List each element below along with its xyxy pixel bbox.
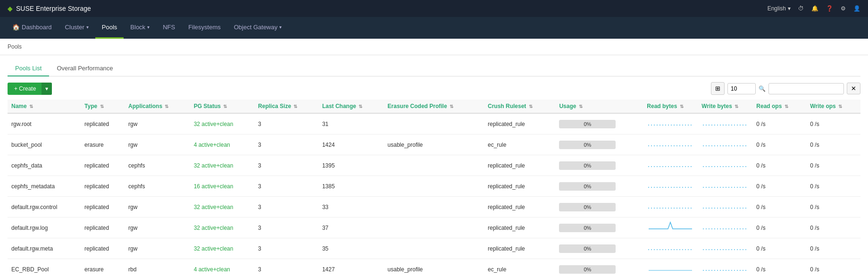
svg-point-48 <box>703 145 704 146</box>
svg-point-133 <box>662 208 663 209</box>
table-row[interactable]: default.rgw.controlreplicatedrgw32 activ… <box>8 197 860 218</box>
svg-point-23 <box>723 125 724 126</box>
cell-last-change: 33 <box>318 197 384 218</box>
table-row[interactable]: rgw.rootreplicatedrgw32 active+clean331r… <box>8 113 860 134</box>
svg-point-206 <box>743 249 743 250</box>
svg-point-17 <box>706 125 707 126</box>
svg-point-26 <box>731 125 732 126</box>
svg-point-184 <box>671 249 672 250</box>
language-selector[interactable]: English ▾ <box>768 5 791 12</box>
svg-point-142 <box>688 208 689 209</box>
usage-label: 0% <box>584 204 591 210</box>
col-erasure-coded-profile[interactable]: Erasure Coded Profile ⇅ <box>384 100 484 113</box>
svg-point-199 <box>723 249 724 250</box>
cell-read-ops: 0 /s <box>752 176 806 197</box>
cell-read-bytes <box>643 238 698 259</box>
svg-point-186 <box>676 249 677 250</box>
svg-point-185 <box>674 249 675 250</box>
table-row[interactable]: cephfs_datareplicatedcephfs32 active+cle… <box>8 155 860 176</box>
pg-status-ok: 32 active+clean <box>194 225 234 231</box>
col-type[interactable]: Type ⇅ <box>81 100 125 113</box>
nav-block[interactable]: Block ▾ <box>124 17 156 39</box>
grid-view-button[interactable]: ⊞ <box>711 82 725 95</box>
cell-last-change: 1427 <box>318 259 384 277</box>
svg-point-174 <box>743 228 743 229</box>
create-button[interactable]: + Create ▾ <box>8 83 52 95</box>
cell-erasure-coded-profile <box>384 113 484 134</box>
cell-write-ops: 0 /s <box>806 259 860 277</box>
cell-replica-size: 3 <box>254 218 318 238</box>
nav-filesystems[interactable]: Filesystems <box>182 17 227 39</box>
svg-point-20 <box>714 125 715 126</box>
svg-point-68 <box>659 166 660 167</box>
user-icon[interactable]: 👤 <box>853 5 860 12</box>
nav-object-gateway[interactable]: Object Gateway ▾ <box>227 17 289 39</box>
table-row[interactable]: default.rgw.metareplicatedrgw32 active+c… <box>8 238 860 259</box>
sparkline <box>701 117 749 130</box>
svg-point-25 <box>728 125 729 126</box>
nav-cluster[interactable]: Cluster ▾ <box>58 17 95 39</box>
task-icon[interactable]: ⏱ <box>798 5 804 12</box>
svg-point-138 <box>676 208 677 209</box>
col-usage[interactable]: Usage ⇅ <box>555 100 643 113</box>
table-row[interactable]: bucket_poolerasurergw4 active+clean31424… <box>8 134 860 155</box>
svg-point-207 <box>745 249 746 250</box>
svg-point-188 <box>682 249 683 250</box>
col-replica-size[interactable]: Replica Size ⇅ <box>254 100 318 113</box>
settings-icon[interactable]: ⚙ <box>841 5 846 12</box>
create-dropdown-arrow[interactable]: ▾ <box>42 83 52 95</box>
pg-status-ok: 32 active+clean <box>194 162 234 169</box>
svg-point-93 <box>740 166 741 167</box>
svg-point-135 <box>668 208 669 209</box>
svg-point-193 <box>706 249 707 250</box>
col-last-change[interactable]: Last Change ⇅ <box>318 100 384 113</box>
search-input[interactable] <box>768 83 844 94</box>
svg-point-170 <box>731 228 732 229</box>
help-icon[interactable]: ❓ <box>826 5 833 12</box>
per-page-input[interactable] <box>727 83 756 94</box>
cell-read-bytes <box>643 134 698 155</box>
svg-point-73 <box>674 166 675 167</box>
svg-point-169 <box>728 228 729 229</box>
col-crush-ruleset[interactable]: Crush Ruleset ⇅ <box>484 100 555 113</box>
col-applications[interactable]: Applications ⇅ <box>125 100 190 113</box>
cell-pg-status: 4 active+clean <box>190 259 254 277</box>
svg-point-113 <box>706 187 707 188</box>
col-name[interactable]: Name ⇅ <box>8 100 81 113</box>
col-pg-status[interactable]: PG Status ⇅ <box>190 100 254 113</box>
clear-search-button[interactable]: ✕ <box>847 83 860 94</box>
nav-nfs[interactable]: NFS <box>156 17 182 39</box>
sparkline <box>701 158 749 171</box>
cell-type: replicated <box>81 218 125 238</box>
svg-point-171 <box>734 228 735 229</box>
svg-point-92 <box>737 166 738 167</box>
table-row[interactable]: EC_RBD_Poolerasurerbd4 active+clean31427… <box>8 259 860 277</box>
svg-point-76 <box>682 166 683 167</box>
nav-pools[interactable]: Pools <box>95 17 124 39</box>
cell-usage: 0% <box>555 176 643 197</box>
col-write-bytes[interactable]: Write bytes ⇅ <box>698 100 752 113</box>
table-row[interactable]: default.rgw.logreplicatedrgw32 active+cl… <box>8 218 860 238</box>
svg-point-54 <box>720 145 721 146</box>
bell-icon[interactable]: 🔔 <box>811 5 818 12</box>
svg-point-143 <box>691 208 692 209</box>
brand-icon: ◆ <box>8 5 12 12</box>
cell-crush-ruleset: replicated_rule <box>484 176 555 197</box>
tab-pools-list[interactable]: Pools List <box>8 61 49 76</box>
usage-bar-container: 0% <box>559 203 616 211</box>
col-read-bytes[interactable]: Read bytes ⇅ <box>643 100 698 113</box>
svg-point-187 <box>679 249 680 250</box>
svg-point-6 <box>665 125 666 126</box>
language-arrow: ▾ <box>788 5 791 12</box>
svg-point-123 <box>734 187 735 188</box>
svg-point-178 <box>654 249 655 250</box>
svg-point-81 <box>706 166 707 167</box>
cell-erasure-coded-profile <box>384 155 484 176</box>
col-write-ops[interactable]: Write ops ⇅ <box>806 100 860 113</box>
table-row[interactable]: cephfs_metadatareplicatedcephfs16 active… <box>8 176 860 197</box>
svg-point-126 <box>743 187 743 188</box>
col-read-ops[interactable]: Read ops ⇅ <box>752 100 806 113</box>
nav-dashboard[interactable]: 🏠 Dashboard <box>6 17 58 39</box>
pg-status-ok: 32 active+clean <box>194 121 234 127</box>
tab-overall-performance[interactable]: Overall Performance <box>49 61 120 76</box>
